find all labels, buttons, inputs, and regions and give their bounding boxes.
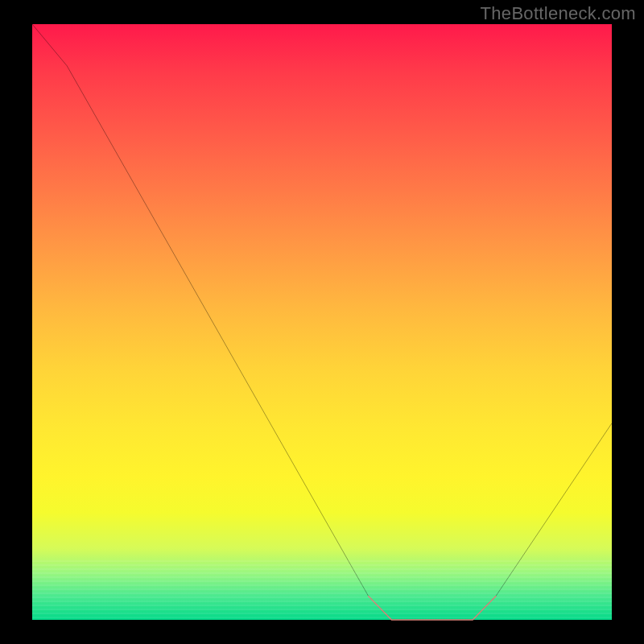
chart-frame: TheBottleneck.com: [0, 0, 644, 644]
plot-area: [32, 24, 612, 620]
watermark-text: TheBottleneck.com: [481, 3, 636, 24]
highlight-segment: [369, 596, 496, 620]
curve-svg: [32, 24, 612, 620]
bottleneck-curve: [32, 24, 612, 620]
